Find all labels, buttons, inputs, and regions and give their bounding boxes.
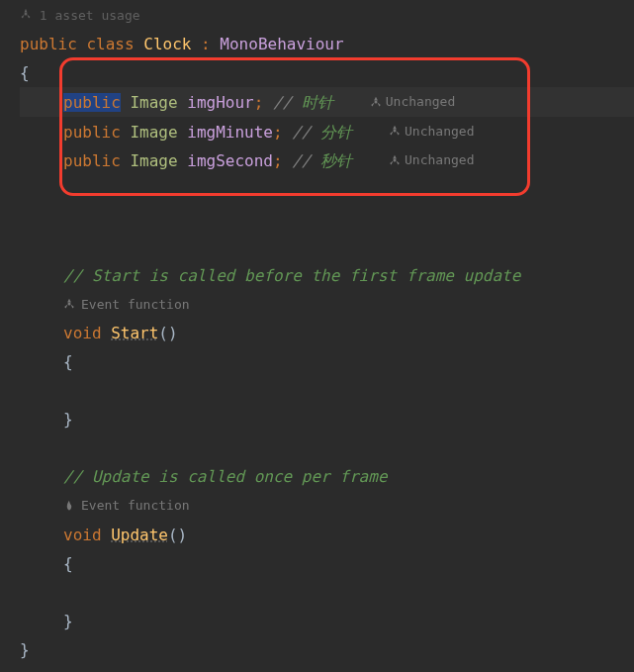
svg-point-1 [374, 100, 377, 103]
svg-point-2 [394, 130, 397, 133]
vcs-lens[interactable]: Unchanged [389, 145, 474, 174]
field-name: imgHour [187, 93, 253, 112]
code-editor[interactable]: 1 asset usage public class Clock : MonoB… [20, 0, 634, 664]
radiation-icon [20, 8, 32, 20]
brace-line[interactable]: } [20, 405, 634, 433]
blank-body-line[interactable] [20, 376, 634, 405]
start-comment-line[interactable]: // Start is called before the first fram… [20, 261, 634, 290]
vcs-lens[interactable]: Unchanged [389, 117, 474, 145]
blank-line[interactable] [20, 204, 634, 233]
blank-line[interactable] [20, 233, 634, 261]
field-line-second[interactable]: public Image imgSecond; // 秒针 Unchanged [20, 145, 634, 175]
selected-text: public [63, 93, 121, 112]
radiation-icon [63, 298, 75, 310]
update-comment-line[interactable]: // Update is called once per frame [20, 462, 634, 491]
keyword-void: void [63, 324, 102, 342]
svg-point-0 [25, 13, 28, 16]
radiation-icon [389, 125, 401, 137]
brace-close: } [20, 640, 30, 659]
keyword-void: void [63, 526, 102, 544]
keyword-public: public [20, 35, 77, 53]
update-method-line[interactable]: void Update() [20, 521, 634, 549]
colon: : [201, 35, 211, 53]
blank-line[interactable] [20, 433, 634, 462]
method-comment: // Update is called once per frame [63, 467, 388, 486]
field-line-minute[interactable]: public Image imgMinute; // 分针 Unchanged [20, 117, 634, 146]
event-function-hint[interactable]: Event function [20, 491, 190, 520]
fire-icon [63, 500, 75, 512]
method-name: Start [111, 324, 158, 342]
keyword-class: class [86, 35, 134, 53]
event-function-hint[interactable]: Event function [20, 290, 190, 319]
svg-point-4 [68, 303, 71, 306]
brace-open: { [20, 63, 30, 82]
class-signature-line[interactable]: public class Clock : MonoBehaviour [20, 30, 634, 58]
class-name: Clock [143, 35, 191, 53]
comment-slashes: // [273, 93, 292, 112]
svg-point-3 [394, 158, 397, 161]
blank-line[interactable] [20, 175, 634, 204]
open-brace-line[interactable]: { [20, 58, 634, 87]
brace-line[interactable]: } [20, 607, 634, 635]
radiation-icon [370, 96, 382, 108]
base-class: MonoBehaviour [220, 35, 343, 53]
type-image: Image [130, 93, 177, 112]
type-image: Image [130, 151, 177, 170]
type-image: Image [130, 122, 177, 141]
brace-line[interactable]: { [20, 347, 634, 376]
asset-usage-hint[interactable]: 1 asset usage [20, 0, 634, 30]
vcs-lens[interactable]: Unchanged [370, 87, 455, 116]
field-name: imgSecond [187, 151, 273, 170]
asset-usage-text: 1 asset usage [40, 8, 140, 23]
blank-body-line[interactable] [20, 578, 634, 607]
method-comment: // Start is called before the first fram… [63, 266, 520, 285]
start-method-line[interactable]: void Start() [20, 319, 634, 347]
method-name: Update [111, 526, 168, 544]
radiation-icon [389, 154, 401, 166]
field-name: imgMinute [187, 122, 273, 141]
brace-line[interactable]: { [20, 549, 634, 578]
field-line-hour[interactable]: public Image imgHour; // // 时针时针 Unchang… [20, 87, 634, 117]
close-brace-line[interactable]: } [20, 635, 634, 664]
